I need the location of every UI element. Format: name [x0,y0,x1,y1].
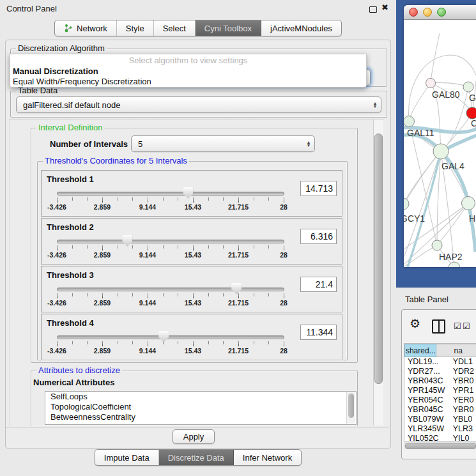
list-item-betweennesscentrality[interactable]: BetweennessCentrality [45,412,356,422]
threshold-1-value-field[interactable] [300,181,337,196]
zoom-traffic-light-icon[interactable] [437,8,446,17]
tab-network[interactable]: Network [55,20,117,36]
attributes-list-scrollbar-thumb[interactable] [348,394,354,418]
num-intervals-combobox[interactable]: 5 ▲▼ [131,135,315,152]
cell[interactable]: YDL1 [452,357,476,367]
attributes-group-title: Attributes to discretize [36,366,122,375]
network-node-labels: GAL80 GA C GAL11 GAL4 GCY1 H HAP2 [404,89,476,262]
tab-infer-network[interactable]: Infer Network [234,450,301,465]
threshold-3-value-field[interactable] [300,277,337,292]
dropdown-option-equal-width[interactable]: Equal Width/Frequency Discretization [10,77,366,87]
threshold-2-value-field[interactable] [300,229,337,244]
tab-impute-data[interactable]: Impute Data [95,450,159,465]
node-ga[interactable] [463,82,473,92]
axis-tick-label: 2.859 [94,299,111,307]
tab-select[interactable]: Select [154,20,196,36]
table-row[interactable]: YBR043CYBR0 [404,376,476,386]
tab-jactivemnodules[interactable]: jActiveMNodules [261,20,341,36]
table-row[interactable]: YDR27...YDR2 [404,367,476,376]
network-window[interactable]: GAL80 GA C GAL11 GAL4 GCY1 H HAP2 [404,5,476,267]
axis-tick-label: 2.859 [94,203,111,211]
checkbox-icon[interactable]: ☑ [463,321,470,331]
threshold-1-slider[interactable]: -3.4262.8599.14415.4321.71528 [57,190,284,213]
close-icon[interactable]: ✖ [381,3,388,12]
list-item-topologicalcoefficient[interactable]: TopologicalCoefficient [45,402,356,412]
slider-minor-ticks [57,341,285,344]
float-window-icon[interactable] [369,6,377,13]
axis-tick-label: 28 [280,251,288,259]
list-item-selfloops[interactable]: SelfLoops [45,392,356,402]
node-label: C [471,118,476,128]
tab-label: Impute Data [104,453,150,463]
node-h[interactable] [462,197,475,210]
cell[interactable]: YBR045C [404,405,452,415]
tab-style[interactable]: Style [117,20,154,36]
cell[interactable]: YDR2 [452,367,476,376]
apply-button[interactable]: Apply [173,429,215,444]
table-data-combobox[interactable]: galFiltered.sif default node ▲▼ [16,96,381,113]
dropdown-option-manual[interactable]: Manual Discretization [10,66,366,77]
node-label: GAL4 [441,161,464,171]
slider-minor-ticks [57,245,285,249]
dropdown-prompt: Select algorithm to view settings [10,54,366,66]
cell[interactable]: YLR3 [452,424,476,434]
bottom-tab-bar: Impute Data Discretize Data Infer Networ… [0,449,396,466]
node-hap2[interactable] [432,240,442,250]
node-gal11[interactable] [404,116,415,127]
cell[interactable]: YER0 [452,395,476,405]
cell[interactable]: YER054C [404,395,452,405]
threshold-3-slider[interactable]: -3.4262.8599.14415.4321.71528 [57,286,284,309]
panel-title: Control Panel [6,4,57,13]
table-row[interactable]: YBL079WYBL0 [404,415,476,424]
threshold-label: Threshold 4 [47,318,94,328]
tab-label: jActiveMNodules [270,24,332,33]
table-data-value: galFiltered.sif default node [17,100,369,110]
axis-tick-label: -3.426 [47,299,66,307]
cell[interactable]: YDR27... [404,367,452,376]
table-row[interactable]: YDL19...YDL1 [404,357,476,367]
table-row[interactable]: YPR145WYPR1 [404,386,476,395]
gear-icon[interactable]: ⚙ [410,318,420,330]
slider-scale: -3.4262.8599.14415.4321.71528 [57,251,285,259]
threshold-4-value-field[interactable] [300,325,337,340]
cell[interactable]: YDL19... [404,357,452,367]
node-gal80[interactable] [426,79,436,88]
threshold-2-slider[interactable]: -3.4262.8599.14415.4321.71528 [57,238,284,261]
vertical-scrollbar-thumb[interactable] [374,134,383,384]
slider-minor-ticks [57,197,285,201]
cell[interactable]: YBL0 [452,415,476,424]
tab-cyni-toolbox[interactable]: Cyni Toolbox [196,20,261,36]
table-horizontal-scrollbar[interactable] [404,441,476,449]
node-highlighted-red[interactable] [466,107,476,119]
slider-track[interactable] [57,240,284,243]
cell[interactable]: YPR145W [404,386,452,395]
checkbox-icon[interactable]: ☑ [454,321,461,331]
column-header-shared[interactable]: shared... [404,344,436,357]
axis-tick-label: 28 [280,203,288,211]
tab-discretize-data[interactable]: Discretize Data [159,450,234,465]
axis-tick-label: 9.144 [139,251,156,259]
slider-track[interactable] [57,335,284,339]
slider-track[interactable] [57,288,284,291]
network-nodes[interactable] [404,79,476,268]
cell[interactable]: YBL079W [404,415,452,424]
table-row[interactable]: YBR045CYBR0 [404,405,476,415]
slider-track[interactable] [57,192,284,196]
cell[interactable]: YBR043C [404,376,452,386]
table-row[interactable]: YLR345WYLR3 [404,424,476,434]
attributes-list-scrollbar[interactable] [346,392,355,424]
minimize-traffic-light-icon[interactable] [423,8,432,17]
cell[interactable]: YLR345W [404,424,452,434]
table-horizontal-scrollbar-thumb[interactable] [405,443,476,449]
column-header-name[interactable]: na [436,344,476,357]
threshold-4-slider[interactable]: -3.4262.8599.14415.4321.71528 [57,334,284,357]
table-row[interactable]: YER054CYER0 [404,395,476,405]
node-gal4[interactable] [433,144,449,159]
split-columns-icon[interactable] [432,319,445,334]
close-traffic-light-icon[interactable] [409,8,418,17]
network-canvas[interactable]: GAL80 GA C GAL11 GAL4 GCY1 H HAP2 [404,19,476,267]
cell[interactable]: YBR0 [452,405,476,415]
node-gcy1[interactable] [404,198,409,210]
cell[interactable]: YPR1 [452,386,476,395]
cell[interactable]: YBR0 [452,376,476,386]
